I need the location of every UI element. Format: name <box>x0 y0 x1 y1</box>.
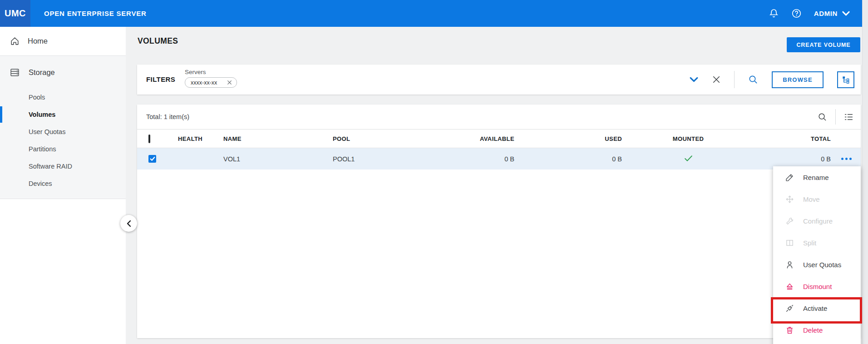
row-context-menu: Rename Move Configure Split User Quotas <box>773 166 861 344</box>
split-icon <box>785 238 794 247</box>
browse-tree-view-button[interactable] <box>837 71 854 88</box>
used-value: 0 B <box>518 155 625 163</box>
sidebar-item-label: Home <box>28 37 48 45</box>
column-header-used[interactable]: USED <box>518 135 625 142</box>
menu-item-delete[interactable]: Delete <box>773 319 861 341</box>
pool-name: POOL1 <box>329 155 470 163</box>
row-checkbox[interactable] <box>148 155 156 163</box>
menu-item-user-quotas[interactable]: User Quotas <box>773 254 861 275</box>
storage-section: Storage Pools Volumes User Quotas Partit… <box>0 56 126 199</box>
person-icon <box>785 260 794 269</box>
table-toolbar: Total: 1 item(s) <box>137 105 861 130</box>
page-title: VOLUMES <box>138 36 178 46</box>
remove-filter-icon[interactable] <box>227 80 232 85</box>
wrench-icon <box>785 216 794 225</box>
table-row[interactable]: VOL1 POOL1 0 B 0 B 0 B <box>137 148 861 170</box>
umc-console-screen: UMC OPEN ENTERPRISE SERVER ADMIN <box>0 0 868 344</box>
select-all-checkbox[interactable] <box>148 135 150 143</box>
sidebar-item-label: Storage <box>29 68 55 77</box>
filters-panel: FILTERS Servers xxxx-xx-xx BROWSE <box>137 65 861 95</box>
menu-item-move[interactable]: Move <box>773 188 861 210</box>
column-header-available[interactable]: AVAILABLE <box>470 135 518 142</box>
browse-button[interactable]: BROWSE <box>772 71 824 88</box>
product-title: OPEN ENTERPRISE SERVER <box>44 10 147 17</box>
total-value: 0 B <box>751 155 834 163</box>
help-icon[interactable] <box>791 8 802 19</box>
row-actions-menu-button[interactable] <box>834 158 861 160</box>
sidebar-item-volumes[interactable]: Volumes <box>0 106 126 123</box>
pencil-icon <box>785 173 794 182</box>
top-bar: UMC OPEN ENTERPRISE SERVER ADMIN <box>0 0 862 27</box>
topbar-actions: ADMIN <box>769 8 862 19</box>
storage-subnav: Pools Volumes User Quotas Partitions Sof… <box>0 89 126 192</box>
table-toolbar-icons <box>818 109 861 125</box>
eject-icon <box>785 282 794 291</box>
servers-filter-group: Servers xxxx-xx-xx <box>185 69 237 88</box>
move-icon <box>785 194 794 204</box>
chevron-left-icon <box>126 220 132 227</box>
table-search-icon[interactable] <box>818 112 827 122</box>
create-volume-button[interactable]: CREATE VOLUME <box>787 37 860 52</box>
sidebar-item-user-quotas[interactable]: User Quotas <box>0 123 126 140</box>
sidebar: Home Storage Pools Volumes User Quotas P… <box>0 27 126 344</box>
available-value: 0 B <box>470 155 518 163</box>
volume-name[interactable]: VOL1 <box>218 155 329 163</box>
search-icon[interactable] <box>748 75 758 85</box>
menu-item-activate[interactable]: Activate <box>773 297 861 319</box>
page-scrollbar[interactable] <box>862 0 868 344</box>
notifications-bell-icon[interactable] <box>769 8 779 19</box>
sidebar-item-partitions[interactable]: Partitions <box>0 140 126 158</box>
server-filter-chip[interactable]: xxxx-xx-xx <box>185 77 237 88</box>
volumes-table: Total: 1 item(s) HEALTH NAME POOL AVAILA… <box>137 105 861 338</box>
divider <box>835 109 836 125</box>
server-filter-chip-value: xxxx-xx-xx <box>191 80 217 86</box>
column-header-health[interactable]: HEALTH <box>172 135 218 142</box>
column-header-pool[interactable]: POOL <box>329 135 470 142</box>
column-header-total[interactable]: TOTAL <box>751 135 834 142</box>
menu-item-rename[interactable]: Rename <box>773 166 861 188</box>
table-header-row: HEALTH NAME POOL AVAILABLE USED MOUNTED … <box>137 130 861 148</box>
filters-label: FILTERS <box>146 75 175 83</box>
sidebar-item-pools[interactable]: Pools <box>0 89 126 106</box>
user-name: ADMIN <box>814 10 838 17</box>
collapse-sidebar-button[interactable] <box>120 215 137 232</box>
total-items-count: Total: 1 item(s) <box>137 113 189 120</box>
list-view-icon[interactable] <box>844 113 853 121</box>
servers-filter-label: Servers <box>185 69 237 75</box>
sidebar-item-software-raid[interactable]: Software RAID <box>0 158 126 175</box>
mounted-check-icon <box>625 155 751 163</box>
divider <box>734 71 735 88</box>
storage-icon <box>10 68 20 77</box>
trash-icon <box>785 325 794 334</box>
menu-item-split[interactable]: Split <box>773 232 861 254</box>
clear-filters-icon[interactable] <box>712 75 720 84</box>
home-icon <box>10 36 20 46</box>
column-header-mounted[interactable]: MOUNTED <box>625 135 751 142</box>
sidebar-item-storage[interactable]: Storage <box>0 56 126 89</box>
chevron-down-icon <box>842 10 850 17</box>
menu-item-configure[interactable]: Configure <box>773 210 861 232</box>
sidebar-item-devices[interactable]: Devices <box>0 175 126 192</box>
tree-icon <box>842 75 850 84</box>
column-header-name[interactable]: NAME <box>218 135 329 142</box>
sidebar-item-home[interactable]: Home <box>0 27 126 56</box>
menu-item-dismount[interactable]: Dismount <box>773 275 861 297</box>
user-menu[interactable]: ADMIN <box>814 10 850 17</box>
filters-actions: BROWSE <box>689 65 854 95</box>
plug-icon <box>785 304 794 313</box>
expand-filters-chevron-icon[interactable] <box>689 76 699 83</box>
umc-logo[interactable]: UMC <box>0 0 30 27</box>
